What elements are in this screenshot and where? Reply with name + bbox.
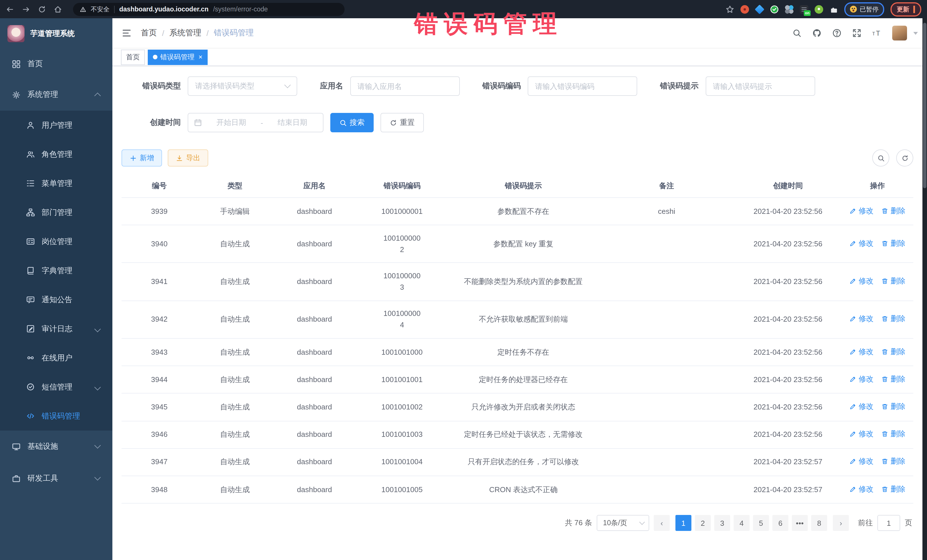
avatar[interactable] xyxy=(892,26,907,41)
sidebar-item-role-mgmt[interactable]: 角色管理 xyxy=(0,140,112,169)
prev-page-button[interactable]: ‹ xyxy=(654,515,670,531)
table-toolbar: 新增 导出 xyxy=(122,149,913,167)
fullscreen-icon[interactable] xyxy=(852,29,862,38)
cell-id: 3946 xyxy=(122,421,197,448)
tab-close-icon[interactable]: × xyxy=(199,53,202,61)
page-button[interactable]: 5 xyxy=(753,515,769,531)
edit-link[interactable]: 修改 xyxy=(849,205,873,216)
page-button[interactable]: 6 xyxy=(772,515,789,531)
breadcrumb-current: 错误码管理 xyxy=(214,28,254,38)
export-button[interactable]: 导出 xyxy=(168,149,208,167)
delete-link[interactable]: 删除 xyxy=(881,275,905,287)
sidebar-item-dept-mgmt[interactable]: 部门管理 xyxy=(0,198,112,227)
delete-link[interactable]: 删除 xyxy=(881,373,905,385)
address-bar[interactable]: 不安全 dashboard.yudao.iocoder.cn/system/er… xyxy=(73,3,345,16)
caret-down-icon[interactable] xyxy=(913,32,918,35)
delete-link[interactable]: 删除 xyxy=(881,238,905,249)
delete-link[interactable]: 删除 xyxy=(881,313,905,325)
sidebar-item-post-mgmt[interactable]: 岗位管理 xyxy=(0,227,112,256)
delete-link[interactable]: 删除 xyxy=(881,205,905,216)
scrollbar-thumb[interactable] xyxy=(923,23,926,188)
hamburger-icon[interactable] xyxy=(122,28,132,38)
back-icon[interactable] xyxy=(6,5,14,14)
breadcrumb-system[interactable]: 系统管理 xyxy=(169,28,201,38)
sidebar-item-online-users[interactable]: 在线用户 xyxy=(0,343,112,372)
delete-link[interactable]: 删除 xyxy=(881,401,905,412)
delete-link[interactable]: 删除 xyxy=(881,483,905,495)
help-icon[interactable] xyxy=(832,29,842,38)
reload-icon[interactable] xyxy=(38,5,46,14)
sidebar-item-home[interactable]: 首页 xyxy=(0,49,112,79)
delete-link[interactable]: 删除 xyxy=(881,456,905,467)
edit-link[interactable]: 修改 xyxy=(849,483,873,495)
page-button[interactable]: 3 xyxy=(714,515,730,531)
sidebar-item-error-code[interactable]: 错误码管理 xyxy=(0,401,112,431)
pencil-icon xyxy=(849,316,856,322)
reset-button[interactable]: 重置 xyxy=(380,113,424,132)
cell-id: 3947 xyxy=(122,449,197,476)
extension-icon[interactable] xyxy=(740,5,749,14)
edit-link[interactable]: 修改 xyxy=(849,428,873,440)
edit-link[interactable]: 修改 xyxy=(849,401,873,412)
add-button[interactable]: 新增 xyxy=(122,149,162,167)
link-icon xyxy=(26,354,35,362)
show-search-button[interactable] xyxy=(872,149,889,167)
edit-link[interactable]: 修改 xyxy=(849,346,873,357)
sidebar-item-system[interactable]: 系统管理 xyxy=(0,79,112,111)
page-button[interactable]: 2 xyxy=(695,515,711,531)
bookmark-star-icon[interactable] xyxy=(726,5,734,14)
sidebar-item-infrastructure[interactable]: 基础设施 xyxy=(0,431,112,463)
page-button[interactable]: ••• xyxy=(792,515,808,531)
breadcrumb-home[interactable]: 首页 xyxy=(141,28,157,38)
extension-icon[interactable] xyxy=(785,5,793,14)
extension-icon[interactable] xyxy=(815,5,823,14)
edit-link[interactable]: 修改 xyxy=(849,238,873,249)
tab-label: 首页 xyxy=(126,52,140,62)
sidebar-item-audit-log[interactable]: 审计日志 xyxy=(0,314,112,343)
edit-label: 修改 xyxy=(859,428,873,440)
goto-page-input[interactable] xyxy=(877,515,900,531)
search-button[interactable]: 搜索 xyxy=(330,113,374,132)
error-msg-input[interactable] xyxy=(705,76,815,96)
page-size-select[interactable]: 10条/页 xyxy=(597,515,649,531)
delete-link[interactable]: 删除 xyxy=(881,428,905,440)
paused-profile-chip[interactable]: 已暂停 xyxy=(844,2,884,16)
update-button[interactable]: 更新 xyxy=(891,2,921,16)
sidebar-item-user-mgmt[interactable]: 用户管理 xyxy=(0,111,112,140)
search-icon[interactable] xyxy=(792,29,801,38)
sidebar-item-notice[interactable]: 通知公告 xyxy=(0,285,112,314)
error-type-select[interactable]: 请选择错误码类型 xyxy=(188,76,297,96)
github-icon[interactable] xyxy=(812,29,821,38)
page-button[interactable]: 1 xyxy=(675,515,691,531)
font-size-icon[interactable]: TT xyxy=(872,29,881,38)
sidebar-submenu: 用户管理 角色管理 菜单管理 部门管理 岗位管理 xyxy=(0,111,112,431)
cell-msg: 参数配置 key 重复 xyxy=(448,225,599,263)
sidebar-item-dict-mgmt[interactable]: 字典管理 xyxy=(0,256,112,285)
extensions-puzzle-icon[interactable] xyxy=(830,5,838,14)
app-logo-row[interactable]: 芋道管理系统 xyxy=(0,18,112,49)
home-icon[interactable] xyxy=(54,5,62,14)
forward-icon[interactable] xyxy=(22,5,30,14)
extension-icon[interactable] xyxy=(755,4,764,14)
refresh-table-button[interactable] xyxy=(896,149,913,167)
sidebar-item-dev-tools[interactable]: 研发工具 xyxy=(0,463,112,495)
scrollbar-track[interactable] xyxy=(922,18,927,560)
extension-icon[interactable]: on xyxy=(800,5,808,14)
date-range-picker[interactable]: 开始日期 - 结束日期 xyxy=(188,113,324,132)
extension-check-icon[interactable] xyxy=(770,5,779,14)
sidebar-item-sms-mgmt[interactable]: 短信管理 xyxy=(0,372,112,401)
tab-error-code[interactable]: 错误码管理 × xyxy=(148,49,208,65)
tab-home[interactable]: 首页 xyxy=(121,49,145,65)
edit-link[interactable]: 修改 xyxy=(849,275,873,287)
page-button[interactable]: 8 xyxy=(811,515,827,531)
delete-link[interactable]: 删除 xyxy=(881,346,905,357)
sidebar-item-menu-mgmt[interactable]: 菜单管理 xyxy=(0,169,112,198)
page-button[interactable]: 4 xyxy=(734,515,749,531)
app-name-input[interactable] xyxy=(350,76,459,96)
error-code-input[interactable] xyxy=(528,76,637,96)
edit-link[interactable]: 修改 xyxy=(849,313,873,325)
edit-link[interactable]: 修改 xyxy=(849,456,873,467)
edit-link[interactable]: 修改 xyxy=(849,373,873,385)
next-page-button[interactable]: › xyxy=(833,515,849,531)
col-id: 编号 xyxy=(122,175,197,197)
